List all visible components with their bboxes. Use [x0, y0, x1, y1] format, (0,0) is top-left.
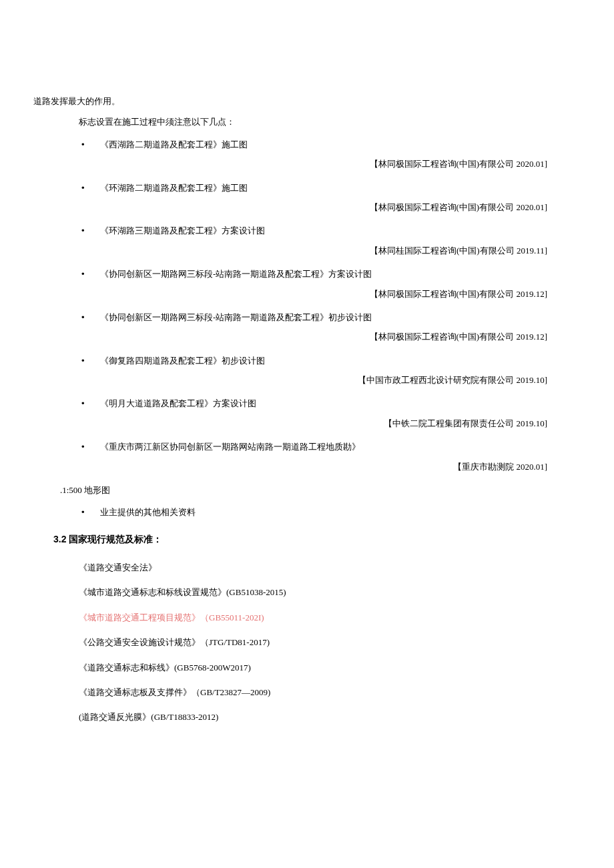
- bullet-icon: •: [81, 223, 100, 238]
- bullet-text: 《环湖路三期道路及配套工程》方案设计图: [100, 223, 554, 238]
- standard-item: (道路交通反光膜》(GB/T18833-2012): [79, 709, 554, 725]
- bullet-icon: •: [81, 180, 100, 195]
- bullet-icon: •: [81, 266, 100, 282]
- list-item: •《协同创新区一期路网三标段-站南路一期道路及配套工程》初步设计图: [81, 310, 554, 325]
- attribution-note: 【林同极国际工程咨询(中国)有限公司 2019.12]: [60, 329, 547, 344]
- attribution-note: 【林同极国际工程咨询(中国)有限公司 2019.12]: [60, 286, 547, 302]
- bullet-text: 业主提供的其他相关资料: [100, 504, 554, 520]
- section-heading: 3.2 国家现行规范及标准：: [53, 531, 554, 548]
- plain-line: .1:500 地形图: [60, 482, 554, 498]
- attribution-note: 【中铁二院工程集团有限责任公司 2019.10]: [60, 416, 547, 431]
- continuation-text: 道路发挥最大的作用。: [33, 93, 554, 109]
- list-item: •《环湖路二期道路及配套工程》施工图: [81, 180, 554, 195]
- bullet-icon: •: [81, 504, 100, 520]
- attribution-note: 【重庆市勘测院 2020.01]: [60, 459, 547, 474]
- bullet-icon: •: [81, 396, 100, 411]
- standard-item: 《城市道路交通标志和标线设置规范》(GB51038-2015): [79, 584, 554, 600]
- list-item: •《御复路四期道路及配套工程》初步设计图: [81, 353, 554, 368]
- list-item: • 业主提供的其他相关资料: [81, 504, 554, 520]
- intro-text: 标志设置在施工过程中须注意以下几点：: [79, 114, 554, 129]
- bullet-icon: •: [81, 439, 100, 454]
- bullet-text: 《环湖路二期道路及配套工程》施工图: [100, 180, 554, 195]
- bullet-text: 《明月大道道路及配套工程》方案设计图: [100, 396, 554, 411]
- standard-item: 《道路交通标志和标线》(GB5768-200W2017): [79, 660, 554, 675]
- bullet-icon: •: [81, 137, 100, 152]
- list-item: •《重庆市两江新区协同创新区一期路网站南路一期道路工程地质勘》: [81, 439, 554, 454]
- attribution-note: 【林同极国际工程咨询(中国)有限公司 2020.01]: [60, 156, 547, 171]
- bullet-text: 《御复路四期道路及配套工程》初步设计图: [100, 353, 554, 368]
- bullet-text: 《西湖路二期道路及配套工程》施工图: [100, 137, 554, 152]
- standard-item: 《公路交通安全设施设计规范》（JTG/TD81-2017): [79, 634, 554, 650]
- list-item: •《环湖路三期道路及配套工程》方案设计图: [81, 223, 554, 238]
- bullet-text: 《协同创新区一期路网三标段-站南路一期道路及配套工程》初步设计图: [100, 310, 554, 325]
- attribution-note: 【中国市政工程西北设计研究院有限公司 2019.10]: [60, 372, 547, 388]
- list-item: •《明月大道道路及配套工程》方案设计图: [81, 396, 554, 411]
- standard-item: 《道路交通安全法》: [79, 560, 554, 575]
- list-item: •《协同创新区一期路网三标段-站南路一期道路及配套工程》方案设计图: [81, 266, 554, 282]
- bullet-icon: •: [81, 353, 100, 368]
- bullet-text: 《协同创新区一期路网三标段-站南路一期道路及配套工程》方案设计图: [100, 266, 554, 282]
- attribution-note: 【林同桂国际工程咨询(中国)有限公司 2019.11]: [60, 243, 547, 258]
- bullet-text: 《重庆市两江新区协同创新区一期路网站南路一期道路工程地质勘》: [100, 439, 554, 454]
- standard-item: 《城市道路交通工程项目规范》（GB55011-202I): [79, 610, 554, 625]
- attribution-note: 【林同极国际工程咨询(中国)有限公司 2020.01]: [60, 199, 547, 215]
- standard-item: 《道路交通标志板及支撑件》（GB/T23827—2009): [79, 685, 554, 700]
- list-item: •《西湖路二期道路及配套工程》施工图: [81, 137, 554, 152]
- bullet-icon: •: [81, 310, 100, 325]
